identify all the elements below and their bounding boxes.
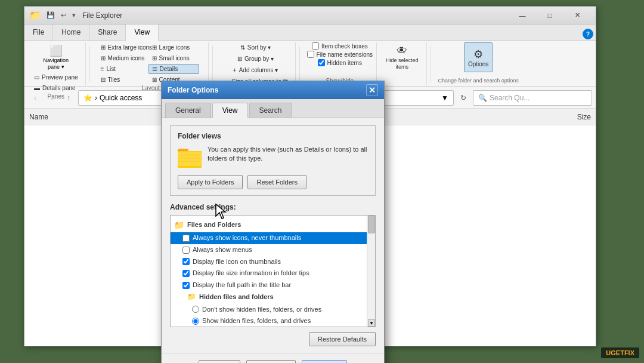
- list-btn[interactable]: ≡ List: [97, 64, 148, 74]
- display-full-path-label: Display the full path in the title bar: [193, 280, 291, 291]
- show-hidden-radio[interactable]: [192, 318, 199, 325]
- tab-view[interactable]: View: [212, 103, 248, 118]
- preview-pane-button[interactable]: ▭ Preview pane: [30, 72, 82, 82]
- customize-icon[interactable]: ▾: [70, 10, 78, 20]
- apply-button[interactable]: Apply: [302, 360, 347, 363]
- dialog-tabs: General View Search: [162, 99, 384, 118]
- settings-scrollbar[interactable]: ▼: [367, 216, 375, 327]
- list-icon: ≡: [101, 66, 104, 72]
- options-button[interactable]: ⚙ Options: [464, 42, 493, 72]
- display-full-path-check[interactable]: [182, 282, 190, 289]
- add-columns-button[interactable]: + Add columns ▾: [230, 65, 281, 75]
- hide-selected-button[interactable]: 👁 Hide selecteditems: [382, 42, 423, 72]
- item-checkboxes-check[interactable]: [312, 42, 319, 50]
- always-show-menus-label: Always show menus: [193, 245, 252, 256]
- search-bar[interactable]: 🔍 Search Qu...: [473, 90, 592, 106]
- folder-big-icon: [178, 145, 202, 169]
- help-icon[interactable]: ?: [583, 29, 593, 39]
- ribbon-content: ⬜ Navigationpane ▾ ▭ Preview pane ▬ Deta…: [24, 41, 596, 87]
- scroll-down-btn[interactable]: ▼: [368, 319, 375, 327]
- dialog-body: Folder views You: [162, 118, 384, 353]
- ok-button[interactable]: OK: [199, 360, 240, 363]
- minimize-button[interactable]: —: [509, 7, 536, 24]
- add-columns-label: Add columns ▾: [239, 67, 278, 73]
- sort-by-button[interactable]: ⇅ Sort by ▾: [237, 42, 274, 53]
- file-extensions-row[interactable]: File name extensions: [307, 51, 373, 58]
- navigation-pane-button[interactable]: ⬜ Navigationpane ▾: [41, 42, 72, 72]
- folder-views-desc: You can apply this view (such as Details…: [208, 145, 368, 164]
- tab-search[interactable]: Search: [249, 103, 292, 118]
- small-icons-btn[interactable]: ⊞ Small icons: [148, 53, 199, 63]
- show-hide-group: Item check boxes File name extensions Hi…: [304, 42, 377, 85]
- scrollbar-thumb[interactable]: [368, 216, 375, 233]
- folder-views-section: Folder views You: [170, 125, 376, 196]
- dont-show-hidden-radio[interactable]: [192, 306, 199, 313]
- display-file-icon-item[interactable]: Display file icon on thumbnails: [171, 256, 375, 268]
- tiles-icon: ⊟: [101, 76, 106, 83]
- apply-folders-button[interactable]: Apply to Folders: [178, 175, 243, 189]
- options-group-label: Change folder and search options: [438, 78, 519, 85]
- hidden-files-category: 📁 Hidden files and folders: [171, 291, 375, 303]
- always-show-icons-item[interactable]: Always show icons, never thumbnails: [171, 232, 375, 244]
- separator-4: [431, 46, 431, 82]
- tab-file[interactable]: File: [24, 24, 53, 41]
- always-show-menus-check[interactable]: [182, 247, 190, 254]
- hide-icon: 👁: [397, 45, 407, 57]
- tab-general[interactable]: General: [165, 103, 211, 118]
- show-hidden-label: Show hidden files, folders, and drives: [202, 316, 311, 327]
- refresh-button[interactable]: ↻: [456, 91, 470, 105]
- address-text: ›: [95, 94, 97, 102]
- always-show-icons-check[interactable]: [182, 235, 190, 242]
- close-button[interactable]: ✕: [564, 7, 591, 24]
- item-checkboxes-row[interactable]: Item check boxes: [312, 42, 368, 50]
- cancel-button[interactable]: Cancel: [246, 360, 296, 363]
- size-column-header[interactable]: Size: [531, 113, 591, 121]
- show-hidden-item[interactable]: Show hidden files, folders, and drives: [171, 315, 375, 327]
- file-extensions-check[interactable]: [307, 51, 314, 58]
- hidden-files-icon: 📁: [187, 291, 196, 303]
- maximize-button[interactable]: □: [536, 7, 564, 24]
- folder-svg: [178, 146, 202, 168]
- preview-label: Preview pane: [42, 74, 78, 81]
- save-icon[interactable]: 💾: [45, 10, 57, 20]
- details-btn[interactable]: ☰ Details: [148, 64, 199, 74]
- current-view-group: ⇅ Sort by ▾ ⊞ Group by ▾ + Add columns ▾…: [216, 42, 296, 85]
- restore-defaults-button[interactable]: Restore Defaults: [309, 332, 376, 346]
- nav-pane-label: Navigationpane ▾: [44, 57, 69, 70]
- display-file-size-check[interactable]: [182, 270, 190, 277]
- address-star-icon: ⭐: [83, 94, 92, 102]
- title-bar: 📁 💾 ↩ ▾ File Explorer — □ ✕: [24, 7, 596, 24]
- title-bar-icon: 📁: [29, 10, 41, 21]
- tab-view[interactable]: View: [126, 24, 159, 41]
- panes-buttons: ⬜ Navigationpane ▾: [41, 42, 72, 72]
- tab-home[interactable]: Home: [53, 24, 89, 41]
- tiles-btn[interactable]: ⊟ Tiles: [97, 75, 148, 85]
- hide-selected-label: Hide selecteditems: [386, 57, 419, 70]
- forward-button[interactable]: ›: [45, 91, 59, 105]
- reset-folders-button[interactable]: Reset Folders: [247, 175, 306, 189]
- display-file-icon-check[interactable]: [182, 258, 190, 265]
- large-icons-btn[interactable]: ⊞ Large icons: [148, 42, 199, 53]
- medium-icons-btn[interactable]: ⊞ Medium icons: [97, 53, 148, 63]
- extra-large-icons-btn[interactable]: ⊞ Extra large icons: [97, 42, 148, 53]
- add-col-icon: +: [233, 67, 237, 73]
- current-view-buttons: ⇅ Sort by ▾ ⊞ Group by ▾ + Add columns ▾…: [220, 42, 292, 87]
- tab-share[interactable]: Share: [89, 24, 126, 41]
- watermark-fix: FIX: [624, 349, 634, 356]
- hidden-items-check[interactable]: [318, 59, 325, 66]
- dialog-close-button[interactable]: ✕: [366, 84, 378, 96]
- undo-icon[interactable]: ↩: [59, 10, 68, 20]
- dont-show-hidden-item[interactable]: Don't show hidden files, folders, or dri…: [171, 304, 375, 316]
- hide-selected-group: 👁 Hide selecteditems: [378, 42, 427, 85]
- hidden-items-row[interactable]: Hidden items: [318, 59, 362, 66]
- back-button[interactable]: ‹: [28, 91, 42, 105]
- dialog-title: Folder Options: [168, 86, 366, 94]
- up-button[interactable]: ↑: [61, 91, 76, 105]
- group-by-button[interactable]: ⊞ Group by ▾: [234, 54, 277, 64]
- display-full-path-item[interactable]: Display the full path in the title bar: [171, 279, 375, 291]
- large-icon: ⊞: [152, 44, 157, 51]
- dont-show-hidden-label: Don't show hidden files, folders, or dri…: [202, 304, 321, 315]
- display-file-size-item[interactable]: Display file size information in folder …: [171, 267, 375, 279]
- always-show-menus-item[interactable]: Always show menus: [171, 244, 375, 256]
- files-folders-category: 📁 Files and Folders: [171, 218, 375, 232]
